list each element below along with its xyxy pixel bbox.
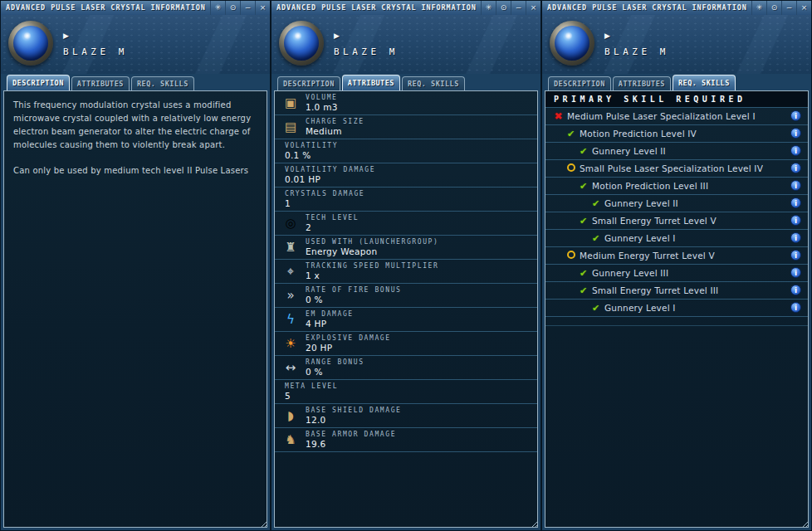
attribute-row: ♜USED WITH (LAUNCHERGROUP)Energy Weapon — [275, 236, 537, 260]
close-icon[interactable]: × — [796, 1, 811, 15]
window-titlebar[interactable]: ADVANCED PULSE LASER CRYSTAL INFORMATION… — [271, 1, 541, 16]
attribute-list: ▣VOLUME1.0 m3▤CHARGE SIZEMediumVOLATILIT… — [275, 91, 537, 452]
tab-req-skills[interactable]: REQ. SKILLS — [673, 75, 736, 90]
window-title: ADVANCED PULSE LASER CRYSTAL INFORMATION — [1, 1, 210, 15]
tab-bar: DESCRIPTIONATTRIBUTESREQ. SKILLS — [542, 74, 811, 90]
info-icon[interactable]: i — [790, 267, 801, 278]
tab-description[interactable]: DESCRIPTION — [548, 76, 611, 90]
attribute-row: META LEVEL5 — [275, 380, 537, 404]
attribute-value: 1 — [285, 198, 364, 208]
info-icon[interactable]: i — [790, 163, 801, 173]
attribute-label: VOLATILITY — [285, 142, 338, 149]
info-icon[interactable]: i — [790, 197, 801, 208]
skills-panel: PRIMARY SKILL REQUIRED ✖Medium Pulse Las… — [545, 90, 809, 528]
shield-icon: ◗ — [281, 410, 301, 422]
pin-icon[interactable]: ✳ — [751, 1, 766, 15]
attribute-row: ▤CHARGE SIZEMedium — [275, 115, 537, 139]
attribute-label: TECH LEVEL — [306, 214, 359, 222]
attribute-value: 0 % — [306, 295, 402, 304]
dot-circle-icon[interactable]: ⊙ — [766, 1, 781, 15]
info-window-skills: ADVANCED PULSE LASER CRYSTAL INFORMATION… — [541, 0, 812, 531]
info-icon[interactable]: i — [790, 128, 801, 139]
window-controls: ✳⊙−× — [210, 1, 270, 15]
dot-circle-icon[interactable]: ⊙ — [496, 1, 511, 15]
check-icon: ✔ — [577, 286, 589, 295]
description-text: This frequency modulation crystal uses a… — [4, 91, 267, 197]
tab-req-skills[interactable]: REQ. SKILLS — [131, 76, 194, 90]
skill-name: Gunnery Level I — [604, 303, 676, 313]
check-icon: ✔ — [577, 269, 589, 278]
attribute-label: VOLUME — [306, 94, 338, 101]
explosive-icon: ☀ — [281, 338, 301, 350]
tab-attributes[interactable]: ATTRIBUTES — [613, 76, 671, 90]
check-icon: ✔ — [577, 217, 589, 226]
pin-icon[interactable]: ✳ — [481, 1, 496, 15]
expander-triangle-icon[interactable]: ▶ — [334, 32, 340, 40]
x-icon: ✖ — [552, 111, 565, 121]
info-icon[interactable]: i — [790, 285, 801, 295]
cube-icon: ▣ — [281, 97, 301, 110]
attribute-label: RANGE BONUS — [306, 358, 364, 366]
attribute-value: 1.0 m3 — [306, 102, 338, 112]
close-icon[interactable]: × — [255, 1, 270, 15]
orb-highlight — [565, 32, 573, 39]
expander-triangle-icon[interactable]: ▶ — [63, 32, 69, 40]
attribute-row: ↔RANGE BONUS0 % — [275, 356, 537, 380]
info-icon[interactable]: i — [790, 250, 801, 261]
info-window-attributes: ADVANCED PULSE LASER CRYSTAL INFORMATION… — [271, 0, 541, 531]
info-icon[interactable]: i — [790, 180, 801, 191]
expander-triangle-icon[interactable]: ▶ — [604, 32, 610, 40]
info-icon[interactable]: i — [790, 232, 801, 243]
minimize-icon[interactable]: − — [781, 1, 796, 15]
tab-description[interactable]: DESCRIPTION — [277, 76, 340, 90]
skill-name: Small Energy Turret Level V — [592, 216, 717, 226]
ring-icon — [565, 163, 577, 173]
attribute-row: ☀EXPLOSIVE DAMAGE20 HP — [275, 332, 537, 356]
attribute-row: ♞BASE ARMOR DAMAGE19.6 — [275, 428, 537, 452]
attribute-value: 0.1 % — [285, 150, 338, 160]
info-icon[interactable]: i — [790, 302, 801, 313]
rof-icon: » — [281, 290, 301, 302]
attribute-label: EM DAMAGE — [306, 310, 354, 318]
skill-name: Motion Prediction Level IV — [580, 129, 697, 139]
window-controls: ✳⊙−× — [751, 1, 811, 15]
info-icon[interactable]: i — [790, 145, 801, 156]
screen: ADVANCED PULSE LASER CRYSTAL INFORMATION… — [0, 0, 812, 531]
dot-circle-icon[interactable]: ⊙ — [225, 1, 240, 15]
pin-icon[interactable]: ✳ — [210, 1, 225, 15]
attribute-row: CRYSTALS DAMAGE1 — [275, 188, 537, 212]
attribute-value: 0 % — [306, 367, 364, 377]
info-window-description: ADVANCED PULSE LASER CRYSTAL INFORMATION… — [0, 0, 271, 531]
skill-name: Gunnery Level II — [592, 146, 666, 156]
tab-req-skills[interactable]: REQ. SKILLS — [402, 76, 465, 90]
minimize-icon[interactable]: − — [240, 1, 255, 15]
attribute-value: 5 — [285, 391, 338, 401]
attribute-value: 19.6 — [306, 439, 396, 449]
skill-name: Gunnery Level III — [592, 268, 668, 278]
divider — [545, 317, 808, 326]
tab-attributes[interactable]: ATTRIBUTES — [342, 75, 400, 90]
skills-section-header: PRIMARY SKILL REQUIRED — [545, 91, 808, 108]
window-titlebar[interactable]: ADVANCED PULSE LASER CRYSTAL INFORMATION… — [1, 1, 270, 16]
info-icon[interactable]: i — [790, 110, 801, 121]
skill-row: ✔Gunnery Level IIIi — [545, 265, 808, 282]
item-icon — [279, 21, 324, 66]
close-icon[interactable]: × — [526, 1, 541, 15]
info-icon[interactable]: i — [790, 215, 801, 226]
orb-highlight — [23, 32, 32, 39]
ring-icon — [565, 251, 577, 261]
attribute-value: 4 HP — [306, 319, 354, 329]
skill-row: ✔Gunnery Level Ii — [545, 300, 808, 317]
tech-ring-icon: ◎ — [281, 217, 301, 230]
attribute-label: BASE SHIELD DAMAGE — [306, 407, 402, 414]
tab-attributes[interactable]: ATTRIBUTES — [71, 76, 130, 90]
skill-row: ✔Gunnery Level IIi — [545, 195, 808, 212]
window-titlebar[interactable]: ADVANCED PULSE LASER CRYSTAL INFORMATION… — [542, 1, 811, 16]
skill-row: ✔Gunnery Level IIi — [545, 143, 808, 160]
attribute-value: Energy Weapon — [306, 246, 438, 256]
tab-description[interactable]: DESCRIPTION — [7, 75, 70, 90]
attribute-label: USED WITH (LAUNCHERGROUP) — [306, 238, 438, 246]
skill-name: Medium Energy Turret Level V — [580, 251, 715, 261]
minimize-icon[interactable]: − — [511, 1, 526, 15]
attribute-value: 12.0 — [306, 415, 402, 425]
